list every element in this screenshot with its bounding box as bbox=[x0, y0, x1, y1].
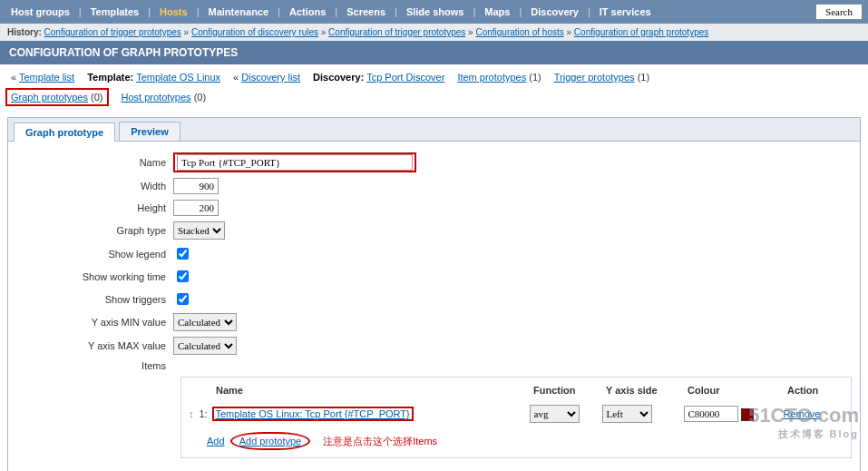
nav-it-services[interactable]: IT services bbox=[594, 5, 657, 19]
table-row: ↕ 1: Template OS Linux: Tcp Port {#TCP_P… bbox=[187, 403, 845, 425]
ymin-select[interactable]: Calculated bbox=[173, 313, 237, 331]
history-label: History: bbox=[7, 27, 42, 37]
width-label: Width bbox=[19, 181, 173, 191]
page-title: CONFIGURATION OF GRAPH PROTOTYPES bbox=[0, 41, 868, 64]
template-link[interactable]: Template OS Linux bbox=[136, 72, 220, 83]
show-trig-label: Show triggers bbox=[19, 294, 173, 305]
remove-link[interactable]: Remove bbox=[784, 408, 821, 419]
name-highlight bbox=[173, 152, 416, 172]
item-proto-count: (1) bbox=[529, 72, 541, 83]
trigger-proto-count: (1) bbox=[638, 72, 649, 83]
row-name-highlight: Template OS Linux: Tcp Port {#TCP_PORT} bbox=[212, 407, 414, 421]
tab-preview[interactable]: Preview bbox=[119, 122, 180, 141]
history-link[interactable]: Configuration of graph prototypes bbox=[574, 27, 708, 37]
annotation-note: 注意是点击这个选择Items bbox=[323, 435, 437, 448]
add-prototype-link[interactable]: Add prototype bbox=[239, 436, 302, 446]
item-prototypes-link[interactable]: Item prototypes bbox=[457, 72, 526, 83]
history-bar: History: Configuration of trigger protot… bbox=[0, 24, 868, 41]
form-panel: Name Width Height Graph type Stacked Sho… bbox=[7, 142, 861, 471]
history-link[interactable]: Configuration of trigger prototypes bbox=[44, 27, 181, 37]
show-wt-checkbox[interactable] bbox=[177, 270, 189, 282]
col-colour: Colour bbox=[688, 385, 787, 396]
col-action: Action bbox=[787, 385, 842, 396]
ymin-label: Y axis MIN value bbox=[19, 317, 173, 328]
tab-graph-prototype[interactable]: Graph prototype bbox=[14, 123, 115, 142]
nav-screens[interactable]: Screens bbox=[341, 5, 391, 19]
subnav: « Template list Template: Template OS Li… bbox=[0, 64, 868, 90]
template-list-link[interactable]: Template list bbox=[19, 72, 74, 83]
subnav-row2: Graph prototypes (0) Host prototypes (0) bbox=[0, 90, 868, 113]
search-button[interactable]: Search bbox=[815, 4, 863, 20]
nav-discovery[interactable]: Discovery bbox=[525, 5, 584, 19]
nav-maintenance[interactable]: Maintenance bbox=[203, 5, 275, 19]
graph-prototypes-highlight: Graph prototypes (0) bbox=[5, 88, 109, 106]
nav-host-groups[interactable]: Host groups bbox=[5, 5, 75, 19]
template-label: Template: bbox=[87, 72, 133, 83]
ymax-label: Y axis MAX value bbox=[19, 340, 173, 351]
name-field[interactable] bbox=[177, 154, 413, 171]
item-name-link[interactable]: Template OS Linux: Tcp Port {#TCP_PORT} bbox=[216, 408, 410, 419]
history-link[interactable]: Configuration of trigger prototypes bbox=[328, 27, 465, 37]
height-label: Height bbox=[19, 202, 173, 213]
col-side: Y axis side bbox=[606, 385, 688, 396]
add-link[interactable]: Add bbox=[207, 436, 225, 446]
graph-prototypes-link[interactable]: Graph prototypes bbox=[11, 92, 88, 103]
graph-proto-count: (0) bbox=[91, 92, 102, 103]
name-label: Name bbox=[19, 157, 173, 168]
nav-maps[interactable]: Maps bbox=[479, 5, 515, 19]
discovery-label: Discovery: bbox=[313, 72, 364, 83]
colour-field[interactable] bbox=[684, 406, 738, 422]
colour-swatch[interactable] bbox=[741, 408, 754, 421]
function-select[interactable]: avg bbox=[530, 405, 580, 423]
show-legend-label: Show legend bbox=[19, 249, 173, 260]
show-legend-checkbox[interactable] bbox=[177, 248, 189, 260]
graph-type-label: Graph type bbox=[19, 225, 173, 236]
show-trig-checkbox[interactable] bbox=[177, 293, 189, 305]
trigger-prototypes-link[interactable]: Trigger prototypes bbox=[554, 72, 635, 83]
graph-type-select[interactable]: Stacked bbox=[173, 221, 225, 240]
nav-hosts[interactable]: Hosts bbox=[154, 5, 193, 19]
top-nav: Host groups| Templates| Hosts| Maintenan… bbox=[0, 0, 868, 24]
ymax-select[interactable]: Calculated bbox=[173, 337, 237, 355]
nav-slide-shows[interactable]: Slide shows bbox=[401, 5, 470, 19]
col-function: Function bbox=[533, 385, 606, 396]
items-table: Name Function Y axis side Colour Action … bbox=[180, 377, 852, 458]
row-number: 1: bbox=[200, 408, 212, 419]
discovery-list-link[interactable]: Discovery list bbox=[241, 72, 300, 83]
discovery-link[interactable]: Tcp Port Discover bbox=[366, 72, 444, 83]
history-link[interactable]: Configuration of discovery rules bbox=[191, 27, 318, 37]
history-link[interactable]: Configuration of hosts bbox=[475, 27, 563, 37]
nav-actions[interactable]: Actions bbox=[284, 5, 331, 19]
add-prototype-highlight: Add prototype bbox=[230, 432, 311, 450]
drag-handle-icon[interactable]: ↕ bbox=[189, 408, 194, 419]
host-proto-count: (0) bbox=[194, 92, 206, 103]
tabs: Graph prototype Preview bbox=[7, 117, 861, 142]
side-select[interactable]: Left bbox=[602, 405, 652, 423]
host-prototypes-link[interactable]: Host prototypes bbox=[122, 92, 191, 103]
nav-templates[interactable]: Templates bbox=[85, 5, 145, 19]
width-field[interactable] bbox=[173, 178, 219, 194]
col-name: Name bbox=[216, 385, 533, 396]
height-field[interactable] bbox=[173, 200, 219, 216]
items-label: Items bbox=[19, 360, 173, 371]
show-wt-label: Show working time bbox=[19, 271, 173, 282]
